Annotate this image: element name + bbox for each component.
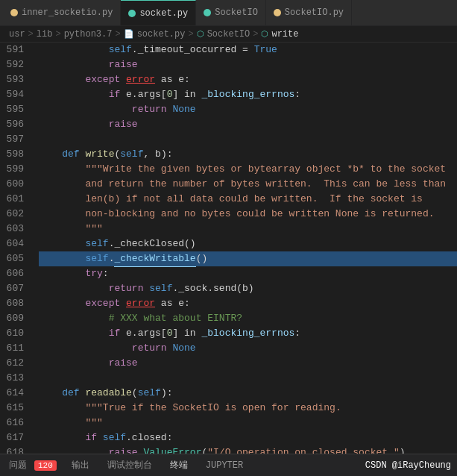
token: self <box>109 43 132 57</box>
breadcrumb-part: socket.py <box>137 29 186 40</box>
token <box>39 162 85 177</box>
line-number: 607 <box>0 281 24 296</box>
sep: > <box>55 29 60 40</box>
token: 0 <box>167 326 173 341</box>
line-number: 597 <box>0 132 24 147</box>
token <box>39 311 109 326</box>
code-line: def write(self, b): <box>39 147 457 162</box>
code-line: if e.args[0] in _blocking_errnos: <box>39 326 457 341</box>
code-line: if e.args[0] in _blocking_errnos: <box>39 87 457 102</box>
token: def <box>62 386 85 401</box>
tab-4[interactable]: SocketIO.py <box>266 0 352 26</box>
line-number: 595 <box>0 102 24 117</box>
token: self <box>85 251 108 266</box>
token: : <box>294 326 300 341</box>
code-line: return None <box>39 341 457 356</box>
line-number: 593 <box>0 72 24 87</box>
token: if <box>109 87 126 102</box>
line-number: 591 <box>0 43 24 57</box>
token <box>39 87 109 102</box>
code-content: self._timeout_occurred = True raise exce… <box>31 43 457 454</box>
breadcrumb-part: SocketIO <box>207 29 250 40</box>
tab-icon-3 <box>204 9 211 16</box>
token: ] in <box>172 326 201 341</box>
line-number: 592 <box>0 57 24 72</box>
token: ( <box>132 386 138 401</box>
token: and return the number of bytes written. … <box>39 177 446 192</box>
csdn-label: CSDN @iRayCheung <box>365 460 451 471</box>
tab-2[interactable]: socket.py <box>121 0 196 26</box>
token: , b): <box>143 147 172 162</box>
output-tab[interactable]: 输出 <box>69 459 92 472</box>
line-number: 617 <box>0 430 24 445</box>
token <box>39 57 109 72</box>
token: if <box>109 326 126 341</box>
token: 0 <box>167 87 173 102</box>
debug-tab[interactable]: 调试控制台 <box>104 459 155 472</box>
token: ( <box>114 147 120 162</box>
tab-1[interactable]: inner_socketio.py <box>3 0 121 26</box>
breadcrumb-part: usr <box>9 29 25 40</box>
token <box>39 117 109 132</box>
token: e.args[ <box>126 326 167 341</box>
code-line: self._timeout_occurred = True <box>39 43 457 57</box>
sep: > <box>253 29 258 40</box>
token: ._sock.send(b) <box>172 281 253 296</box>
token: """Write the given bytes or bytearray ob… <box>85 162 446 177</box>
jupyter-tab[interactable]: JUPYTER <box>203 460 246 471</box>
token: ): <box>161 386 173 401</box>
line-number: 608 <box>0 296 24 311</box>
code-line <box>39 371 457 386</box>
token <box>39 102 132 117</box>
tab-icon-4 <box>274 9 281 16</box>
file-icon: 📄 <box>124 29 134 39</box>
terminal-tab[interactable]: 终端 <box>167 459 191 472</box>
token: self <box>85 237 108 251</box>
token: self <box>120 147 143 162</box>
token: ._timeout_occurred = <box>132 43 254 57</box>
token: raise <box>109 117 138 132</box>
line-number: 596 <box>0 117 24 132</box>
code-line: # XXX what about EINTR? <box>39 311 457 326</box>
code-line: if self.closed: <box>39 430 457 445</box>
tab-3[interactable]: SocketIO <box>196 0 266 26</box>
code-line: """ <box>39 416 457 430</box>
token: readable <box>85 386 131 401</box>
token <box>39 147 62 162</box>
line-number: 594 <box>0 87 24 102</box>
token: write <box>85 147 114 162</box>
sep: > <box>188 29 193 40</box>
token: if <box>85 430 102 445</box>
token <box>39 341 132 356</box>
token: e.args[ <box>126 87 167 102</box>
line-number: 618 <box>0 445 24 454</box>
code-line <box>39 132 457 147</box>
token: ) <box>400 445 406 454</box>
token: """True if the SocketIO is open for read… <box>85 401 341 416</box>
line-number: 603 <box>0 222 24 237</box>
breadcrumb-part: python3.7 <box>64 29 113 40</box>
tab-label-3: SocketIO <box>215 7 258 18</box>
error-badge: 120 <box>34 460 57 471</box>
code-line: non-blocking and no bytes could be writt… <box>39 207 457 222</box>
code-line: """Write the given bytes or bytearray ob… <box>39 162 457 177</box>
token: as e: <box>155 296 190 311</box>
code-line: raise <box>39 356 457 371</box>
token: self <box>138 386 161 401</box>
problems-tab[interactable]: 问题 <box>6 459 30 472</box>
tab-label-1: inner_socketio.py <box>22 7 113 18</box>
token: except <box>85 72 126 87</box>
token <box>39 326 109 341</box>
token <box>39 356 109 371</box>
token: self <box>149 281 172 296</box>
token: return <box>132 102 173 117</box>
breadcrumb-part: lib <box>37 29 53 40</box>
token: # XXX what about EINTR? <box>109 311 242 326</box>
token: None <box>172 341 195 356</box>
line-number: 616 <box>0 416 24 430</box>
line-number: 613 <box>0 371 24 386</box>
tab-bar: inner_socketio.py socket.py SocketIO Soc… <box>0 0 457 26</box>
code-line: self._checkClosed() <box>39 237 457 251</box>
func-icon: ⬡ <box>261 29 268 39</box>
token: error <box>126 296 155 311</box>
